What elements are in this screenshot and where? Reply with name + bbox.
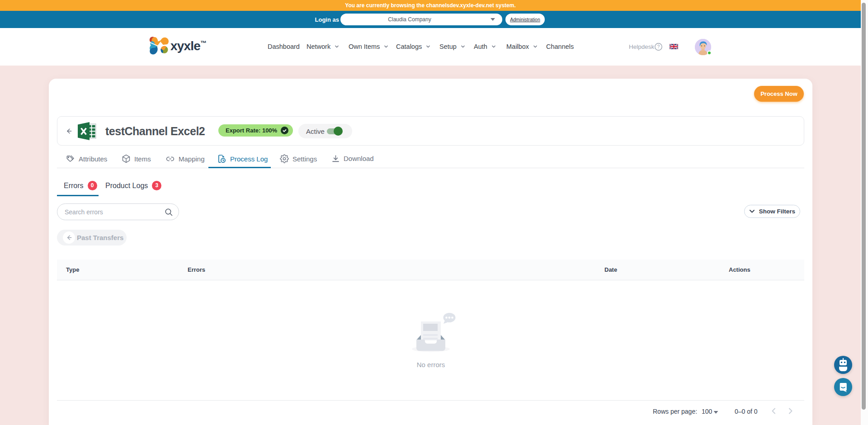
- svg-text:?: ?: [657, 44, 660, 49]
